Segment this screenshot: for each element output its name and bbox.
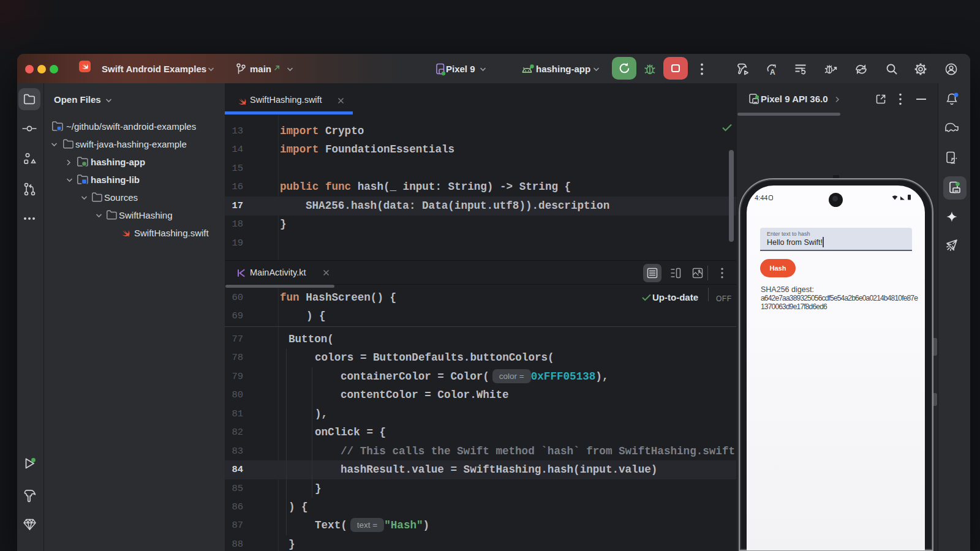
svg-text:A: A xyxy=(770,68,775,77)
